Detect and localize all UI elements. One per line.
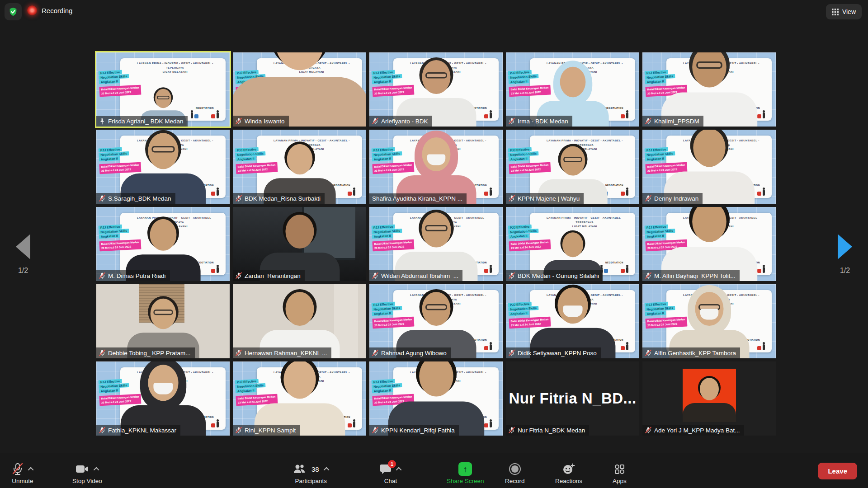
participant-tile-3[interactable]: LAYANAN PRIMA - INOVATIF - GESIT - AKUNT…	[369, 52, 503, 127]
muted-mic-icon	[236, 349, 242, 357]
participant-tile-6[interactable]: LAYANAN PRIMA - INOVATIF - GESIT - AKUNT…	[96, 130, 230, 204]
recording-dot-icon	[27, 5, 37, 15]
course-badge: Angkatan II	[99, 234, 120, 239]
muted-mic-icon	[99, 195, 105, 202]
participant-tile-7[interactable]: LAYANAN PRIMA - INOVATIF - GESIT - AKUNT…	[233, 130, 366, 204]
participant-name-text: Denny Indrawan	[654, 195, 698, 202]
chat-options-chevron-icon[interactable]	[396, 467, 402, 473]
reactions-label: Reactions	[555, 478, 582, 484]
glasses-icon	[151, 146, 175, 152]
participant-tile-15[interactable]: LAYANAN PRIMA - INOVATIF - GESIT - AKUNT…	[642, 207, 776, 281]
muted-mic-icon	[372, 349, 378, 357]
participants-button[interactable]: 38 Participants	[293, 462, 329, 484]
previous-page-control: 1/2	[7, 234, 39, 275]
participant-name-label: Rahmad Agung Wibowo	[369, 347, 451, 358]
participant-tile-8[interactable]: LAYANAN PRIMA - INOVATIF - GESIT - AKUNT…	[369, 130, 503, 204]
participant-name-label: BDK Medan_Risna Surbakti	[233, 193, 325, 204]
participant-tile-9[interactable]: LAYANAN PRIMA - INOVATIF - GESIT - AKUNT…	[506, 130, 639, 204]
view-button[interactable]: View	[826, 4, 862, 19]
participant-tile-13[interactable]: LAYANAN PRIMA - INOVATIF - GESIT - AKUNT…	[369, 207, 503, 281]
video-camera-icon	[75, 464, 89, 474]
view-button-label: View	[842, 8, 856, 15]
chat-button[interactable]: 1 Chat	[380, 462, 401, 484]
participants-icon	[293, 464, 306, 474]
participant-name-label: Zardan_Rerantingan	[233, 270, 305, 281]
participant-tile-24[interactable]: Nur Fitria N_BD...Nur Fitria N_BDK Medan	[506, 361, 639, 436]
participant-tile-17[interactable]: Hernawan Rahman_KPKNL ...	[233, 284, 366, 358]
participant-name-text: Ariefiyanto - BDK	[381, 118, 428, 125]
muted-mic-icon	[509, 427, 515, 434]
leave-button[interactable]: Leave	[818, 463, 857, 479]
participant-tile-23[interactable]: LAYANAN PRIMA - INOVATIF - GESIT - AKUNT…	[369, 361, 503, 436]
participant-tile-2[interactable]: LAYANAN PRIMA - INOVATIF - GESIT - AKUNT…	[233, 52, 366, 127]
participant-tile-22[interactable]: LAYANAN PRIMA - INOVATIF - GESIT - AKUNT…	[233, 361, 366, 436]
top-bar: Recording View	[0, 0, 868, 23]
course-badge: Angkatan II	[509, 156, 529, 161]
previous-page-arrow-icon[interactable]	[16, 234, 30, 259]
participant-name-text: Ade Yori J M_KPP Madya Bat...	[654, 427, 740, 434]
participant-gallery: LAYANAN PRIMA - INOVATIF - GESIT - AKUNT…	[96, 52, 776, 436]
participant-tile-10[interactable]: LAYANAN PRIMA - INOVATIF - GESIT - AKUNT…	[642, 130, 776, 204]
participant-name-text: Fathia_KPKNL Makassar	[108, 427, 176, 434]
unmute-button[interactable]: Unmute	[12, 462, 33, 484]
muted-mic-icon	[236, 195, 242, 202]
security-shield-button[interactable]	[5, 3, 22, 20]
shield-check-icon	[8, 7, 18, 17]
apps-icon	[613, 463, 625, 475]
face-mask	[563, 305, 582, 317]
muted-mic-icon	[372, 427, 378, 434]
reactions-button[interactable]: Reactions	[555, 462, 582, 484]
participant-name-text: Debbie Tobing_ KPP Pratam...	[108, 350, 191, 357]
muted-mic-icon	[372, 117, 378, 125]
apps-label: Apps	[613, 478, 627, 484]
participant-tile-5[interactable]: LAYANAN PRIMA - INOVATIF - GESIT - AKUNT…	[642, 52, 776, 127]
participant-tile-18[interactable]: LAYANAN PRIMA - INOVATIF - GESIT - AKUNT…	[369, 284, 503, 358]
course-badge: Angkatan II	[236, 156, 256, 161]
face	[287, 144, 312, 175]
muted-mic-icon	[509, 117, 515, 125]
course-badge: Angkatan II	[509, 79, 529, 84]
stop-video-button[interactable]: Stop Video	[72, 462, 102, 484]
page-indicator-left: 1/2	[7, 267, 39, 275]
participant-tile-16[interactable]: Debbie Tobing_ KPP Pratam...	[96, 284, 230, 358]
negotiation-figures-icon	[188, 110, 222, 118]
participant-tile-14[interactable]: LAYANAN PRIMA - INOVATIF - GESIT - AKUNT…	[506, 207, 639, 281]
participant-tile-21[interactable]: LAYANAN PRIMA - INOVATIF - GESIT - AKUNT…	[96, 361, 230, 436]
participant-tile-25[interactable]: Ade Yori J M_KPP Madya Bat...	[642, 361, 776, 436]
course-badge: Angkatan II	[99, 79, 120, 84]
participant-tile-20[interactable]: LAYANAN PRIMA - INOVATIF - GESIT - AKUNT…	[642, 284, 776, 358]
slide-negotiation-graphic: NEGOTIATION	[188, 107, 222, 118]
glasses-icon	[563, 157, 582, 162]
unmute-options-chevron-icon[interactable]	[28, 467, 34, 473]
face	[285, 292, 314, 326]
record-button[interactable]: Record	[505, 462, 525, 484]
participant-tile-1[interactable]: LAYANAN PRIMA - INOVATIF - GESIT - AKUNT…	[96, 52, 230, 127]
participant-tile-19[interactable]: LAYANAN PRIMA - INOVATIF - GESIT - AKUNT…	[506, 284, 639, 358]
slide-motto-line2: LIGAT MELAYANI	[129, 70, 222, 75]
next-page-arrow-icon[interactable]	[838, 234, 852, 259]
recording-indicator[interactable]: Recording	[27, 5, 72, 15]
participant-tile-11[interactable]: LAYANAN PRIMA - INOVATIF - GESIT - AKUNT…	[96, 207, 230, 281]
share-screen-button[interactable]: ↑ Share Screen	[447, 462, 484, 484]
face	[700, 378, 719, 400]
participant-name-text: Didik Setiyawan_KPPN Poso	[518, 350, 597, 357]
next-page-control: 1/2	[829, 234, 861, 275]
face-mask	[700, 309, 718, 320]
muted-mic-icon	[645, 349, 651, 357]
participant-name-label: Ariefiyanto - BDK	[369, 116, 432, 127]
participant-tile-12[interactable]: Zardan_Rerantingan	[233, 207, 366, 281]
muted-mic-icon	[372, 272, 378, 279]
muted-mic-icon	[645, 117, 651, 125]
participant-name-text: Wildan Abdurrauf Ibrahim_...	[381, 272, 458, 279]
participant-tile-4[interactable]: LAYANAN PRIMA - INOVATIF - GESIT - AKUNT…	[506, 52, 639, 127]
participant-name-text: Khalimi_PPSDM	[654, 118, 699, 125]
participant-name-label: Ade Yori J M_KPP Madya Bat...	[642, 425, 744, 436]
video-options-chevron-icon[interactable]	[94, 467, 99, 473]
participants-options-chevron-icon[interactable]	[323, 467, 329, 473]
meeting-toolbar: Unmute Stop Video 38	[0, 453, 868, 488]
share-screen-label: Share Screen	[447, 478, 484, 484]
grid-view-icon	[832, 9, 839, 15]
participant-name-text: KPPN Majene | Wahyu	[518, 195, 580, 202]
apps-button[interactable]: Apps	[613, 462, 627, 484]
face	[562, 232, 583, 257]
